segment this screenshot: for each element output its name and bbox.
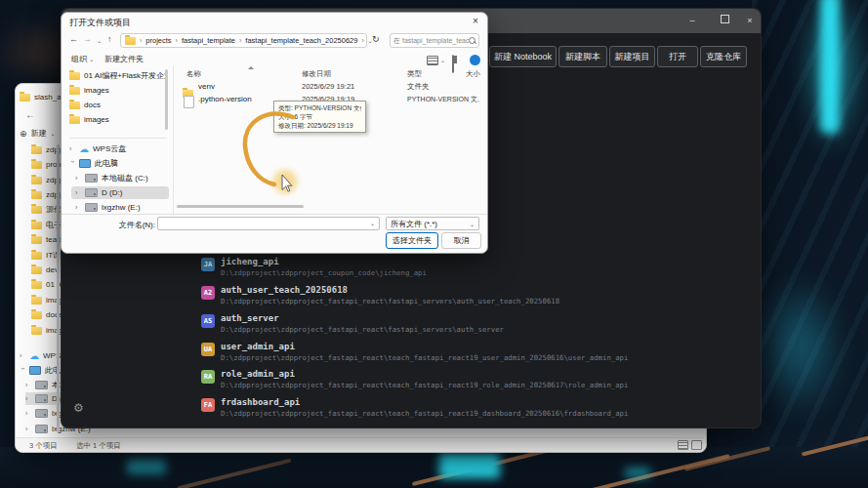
column-header-type[interactable]: 类型 <box>407 69 422 79</box>
project-path: D:\zdpproject\zdpproject_coupon_code\jic… <box>221 268 427 277</box>
view-mode-icon[interactable] <box>427 56 438 65</box>
project-avatar: UA <box>201 343 215 356</box>
address-bar[interactable]: › projects › fastapi_template › fastapi_… <box>120 33 367 48</box>
sidebar-label: 此电脑 <box>95 158 163 169</box>
new-button[interactable]: ⊕ 新建 ⌄ <box>20 127 56 140</box>
folder-icon <box>125 37 136 45</box>
computer-icon <box>79 159 91 168</box>
chevron-separator-icon: › <box>140 37 142 44</box>
dialog-title: 打开文件或项目 <box>69 17 131 29</box>
chevron-down-icon[interactable]: ⌄ <box>370 220 375 226</box>
cloud-icon: ☁ <box>79 145 89 153</box>
sidebar-quick-item[interactable]: 01 AI编程+Flask开发企业官网 <box>65 69 171 82</box>
project-row[interactable]: AS auth_server D:\zdpproject\zdpproject_… <box>201 313 748 337</box>
wallpaper-light <box>625 467 650 478</box>
forward-icon[interactable]: → <box>83 34 92 44</box>
folder-icon <box>31 311 42 319</box>
explorer-status-bar: 3 个项目 选中 1 个项目 <box>16 437 704 452</box>
sidebar-item-wps-cloud[interactable]: ›☁WPS云盘 <box>65 142 171 155</box>
sidebar-item-drive-c[interactable]: ›本地磁盘 (C:) <box>71 172 177 184</box>
folder-icon <box>69 102 80 109</box>
new-folder-button[interactable]: 新建文件夹 <box>104 54 144 64</box>
folder-icon <box>31 146 42 154</box>
project-avatar: A2 <box>201 286 215 300</box>
file-icon <box>184 96 194 108</box>
project-row[interactable]: A2 auth_user_teach_20250618 D:\zdpprojec… <box>201 285 748 308</box>
project-row[interactable]: JA jicheng_api D:\zdpproject\zdpproject_… <box>201 257 748 280</box>
close-icon[interactable]: × <box>737 13 763 28</box>
explorer-tab[interactable]: slash_ad <box>20 91 63 103</box>
organize-button[interactable]: 组织 ⌄ <box>71 54 94 64</box>
select-folder-button[interactable]: 选择文件夹 <box>386 232 438 249</box>
help-info-icon[interactable] <box>470 55 480 65</box>
cancel-button[interactable]: 取消 <box>441 232 481 249</box>
wallpaper-light <box>127 459 166 474</box>
chevron-down-icon[interactable]: ⌄ <box>440 57 445 63</box>
chevron-right-icon: › <box>75 175 81 182</box>
filename-input[interactable] <box>157 217 380 230</box>
horizontal-scrollbar[interactable] <box>177 205 304 208</box>
divider <box>62 214 487 215</box>
drive-icon <box>35 425 48 433</box>
chevron-right-icon: › <box>69 145 75 152</box>
up-icon[interactable]: ↑ <box>107 34 112 44</box>
breadcrumb-segment[interactable]: fastapi_template_teach_20250629 <box>245 36 357 45</box>
project-row[interactable]: UA user_admin_api D:\zdpproject\zdpproje… <box>201 342 748 365</box>
settings-gear-icon[interactable]: ⚙ <box>73 401 84 415</box>
column-header-date[interactable]: 修改日期 <box>302 69 331 79</box>
project-name: role_admin_api <box>221 369 295 379</box>
open-button[interactable]: 打开 <box>657 46 698 67</box>
new-notebook-button[interactable]: 新建 Notebook <box>489 46 557 67</box>
column-header-size[interactable]: 大小 <box>466 69 480 79</box>
chevron-down-icon: › <box>69 161 76 167</box>
sidebar-quick-item[interactable]: docs <box>65 99 171 111</box>
chevron-right-icon: › <box>75 189 81 196</box>
project-row[interactable]: FA frdashboard_api D:\zdpproject\zdpproj… <box>201 397 748 421</box>
wallpaper-streak <box>177 459 291 488</box>
wallpaper-glow <box>757 273 845 420</box>
column-header-name[interactable]: 名称 <box>186 69 201 79</box>
plus-circle-icon: ⊕ <box>20 129 27 139</box>
scrollbar[interactable] <box>57 144 60 432</box>
breadcrumb-segment[interactable]: projects <box>145 36 171 45</box>
back-icon[interactable]: ← <box>25 109 35 120</box>
divider <box>173 65 174 214</box>
breadcrumb-segment[interactable]: fastapi_template <box>182 36 235 45</box>
back-icon[interactable]: ← <box>69 34 78 44</box>
search-input[interactable]: 在 fastapi_template_teac... <box>390 33 479 48</box>
close-icon[interactable]: × <box>468 15 483 28</box>
scrollbar[interactable] <box>165 69 168 130</box>
chevron-down-icon: ⌄ <box>89 57 94 62</box>
folder-icon <box>31 177 42 184</box>
sidebar-item-drive-d-selected[interactable]: ›D (D:) <box>71 186 169 199</box>
sidebar-quick-item[interactable]: images <box>65 84 171 97</box>
project-path: D:\zdpproject\zdpproject_fastapi_react\t… <box>221 381 628 389</box>
sidebar-label: lxgzhw (E:) <box>102 203 164 212</box>
project-row[interactable]: RA role_admin_api D:\zdpproject\zdpproje… <box>201 369 748 392</box>
folder-icon <box>31 161 42 169</box>
project-avatar: FA <box>201 398 215 412</box>
refresh-icon[interactable]: ↻ <box>372 34 380 44</box>
sidebar-item-drive-e[interactable]: ›lxgzhw (E:) <box>71 201 177 214</box>
sidebar-label: docs <box>84 101 168 109</box>
sidebar-item-this-pc[interactable]: ›此电脑 <box>65 157 171 170</box>
open-dialog: 打开文件或项目 × ← → ⌄ ↑ › projects › fastapi_t… <box>61 12 488 254</box>
drive-icon <box>85 203 98 212</box>
chevron-down-icon[interactable]: ⌄ <box>97 37 102 44</box>
clone-repo-button[interactable]: 克隆仓库 <box>700 46 747 67</box>
new-script-button[interactable]: 新建脚本 <box>558 46 607 67</box>
sidebar-quick-item[interactable]: images <box>65 113 171 126</box>
sidebar-label: 01 AI编程+Flask开发企业官网 <box>84 70 168 81</box>
file-row[interactable]: venv 2025/6/29 19:21 文件夹 <box>177 82 481 95</box>
minimize-icon[interactable]: – <box>680 13 705 28</box>
filetype-select[interactable]: 所有文件 (*.*) ⌄ <box>386 217 479 230</box>
item-count: 3 个项目 <box>29 441 58 451</box>
folder-icon <box>20 94 30 102</box>
folder-icon <box>31 266 42 274</box>
maximize-icon[interactable] <box>712 13 737 28</box>
icons-view-icon[interactable] <box>691 440 702 450</box>
list-view-icon[interactable] <box>678 440 688 450</box>
folder-icon <box>31 327 42 335</box>
new-project-button[interactable]: 新建项目 <box>609 46 655 67</box>
preview-pane-icon[interactable] <box>452 55 454 73</box>
